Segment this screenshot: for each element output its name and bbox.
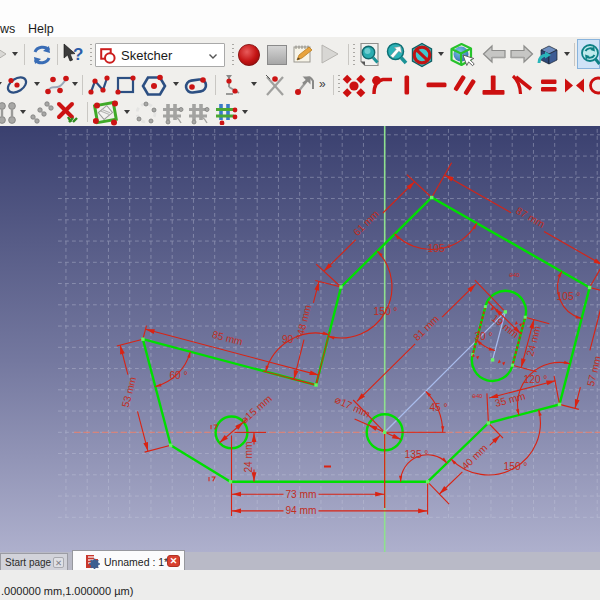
svg-text:60 °: 60 °	[169, 370, 187, 381]
svg-text:73 mm: 73 mm	[285, 489, 316, 500]
svg-text:135 °: 135 °	[405, 449, 429, 460]
svg-text:30 °: 30 °	[474, 331, 492, 342]
svg-text:45 °: 45 °	[429, 402, 447, 413]
svg-text:⊖40: ⊖40	[472, 393, 483, 399]
svg-text:105 °: 105 °	[557, 291, 581, 302]
svg-text:94 mm: 94 mm	[285, 505, 316, 516]
svg-text:⊖40: ⊖40	[509, 272, 520, 278]
svg-text:24 mm: 24 mm	[243, 441, 254, 472]
svg-text:150 °: 150 °	[504, 461, 528, 472]
svg-text:105 °: 105 °	[428, 243, 452, 254]
svg-text:150 °: 150 °	[374, 306, 398, 317]
svg-text:?: ?	[73, 45, 83, 64]
